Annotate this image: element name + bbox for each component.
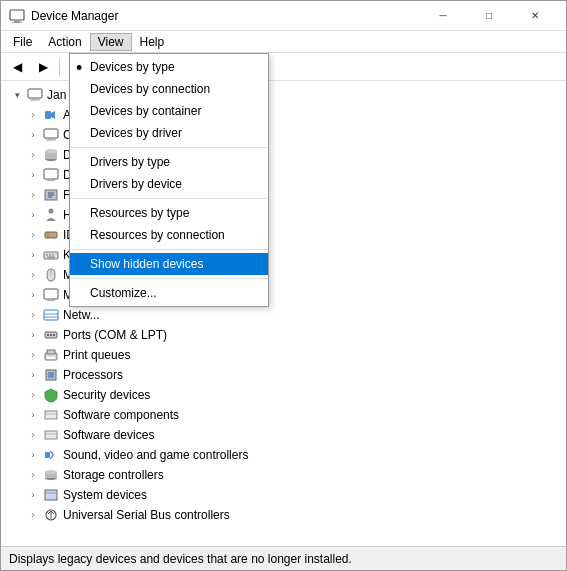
tree-item-label: Ports (COM & LPT) [63, 328, 167, 342]
list-item[interactable]: › Security devices [1, 385, 566, 405]
svg-rect-31 [44, 310, 58, 320]
print-icon [43, 347, 59, 363]
disk-icon [43, 147, 59, 163]
sound-icon [43, 447, 59, 463]
list-item[interactable]: › Software devices [1, 425, 566, 445]
svg-rect-3 [28, 89, 42, 98]
list-item[interactable]: › Print queues [1, 345, 566, 365]
svg-rect-39 [47, 350, 55, 354]
expand-icon: › [25, 187, 41, 203]
menu-bar: File Action View Help Devices by type De… [1, 31, 566, 53]
svg-marker-7 [51, 111, 55, 119]
maximize-button[interactable]: □ [466, 1, 512, 31]
view-dropdown-menu: Devices by type Devices by connection De… [69, 53, 269, 307]
list-item[interactable]: › Processors [1, 365, 566, 385]
menu-separator-2 [70, 198, 268, 199]
list-item[interactable]: › Universal Serial Bus controllers [1, 505, 566, 525]
expand-icon: › [25, 307, 41, 323]
svg-rect-26 [52, 254, 54, 256]
expand-icon: › [25, 207, 41, 223]
svg-point-20 [49, 209, 54, 214]
system-icon [43, 487, 59, 503]
expand-icon: › [25, 347, 41, 363]
menu-devices-by-driver[interactable]: Devices by driver [70, 122, 268, 144]
expand-icon: › [25, 507, 41, 523]
tree-item-label: Software components [63, 408, 179, 422]
tree-item-label: System devices [63, 488, 147, 502]
minimize-button[interactable]: ─ [420, 1, 466, 31]
tree-item-label: Processors [63, 368, 123, 382]
list-item[interactable]: › Storage controllers [1, 465, 566, 485]
svg-rect-37 [53, 334, 55, 336]
device-manager-window: Device Manager ─ □ ✕ File Action View He… [0, 0, 567, 571]
back-button[interactable]: ◀ [5, 56, 29, 78]
software-devices-icon [43, 427, 59, 443]
window-icon [9, 8, 25, 24]
menu-show-hidden[interactable]: Show hidden devices [70, 253, 268, 275]
svg-rect-2 [12, 22, 22, 23]
menu-resources-by-type[interactable]: Resources by type [70, 202, 268, 224]
network-icon [43, 307, 59, 323]
svg-rect-51 [45, 490, 57, 500]
expand-icon: › [25, 247, 41, 263]
list-item[interactable]: › Sound, video and game controllers [1, 445, 566, 465]
window-title: Device Manager [31, 9, 420, 23]
svg-rect-36 [50, 334, 52, 336]
svg-rect-24 [46, 254, 48, 256]
expand-icon: › [25, 287, 41, 303]
menu-drivers-by-device[interactable]: Drivers by device [70, 173, 268, 195]
svg-rect-8 [44, 129, 58, 138]
expand-icon: › [25, 327, 41, 343]
ide-icon [43, 227, 59, 243]
svg-rect-15 [47, 179, 55, 181]
menu-customize[interactable]: Customize... [70, 282, 268, 304]
close-button[interactable]: ✕ [512, 1, 558, 31]
svg-rect-6 [45, 111, 51, 119]
svg-point-13 [45, 149, 57, 153]
expand-icon: › [25, 107, 41, 123]
toolbar-separator [59, 58, 60, 76]
svg-rect-5 [30, 100, 40, 101]
list-item[interactable]: › Software components [1, 405, 566, 425]
tree-item-label: Print queues [63, 348, 130, 362]
svg-rect-4 [32, 98, 38, 100]
audio-icon [43, 107, 59, 123]
ports-icon [43, 327, 59, 343]
tree-item-label: Sound, video and game controllers [63, 448, 248, 462]
software-components-icon [43, 407, 59, 423]
list-item[interactable]: › System devices [1, 485, 566, 505]
svg-rect-1 [14, 20, 20, 22]
menu-devices-by-container[interactable]: Devices by container [70, 100, 268, 122]
svg-rect-14 [44, 169, 58, 179]
svg-rect-25 [49, 254, 51, 256]
menu-devices-by-connection[interactable]: Devices by connection [70, 78, 268, 100]
menu-action[interactable]: Action [40, 33, 89, 51]
menu-view[interactable]: View [90, 33, 132, 51]
display-icon [43, 167, 59, 183]
status-bar: Displays legacy devices and devices that… [1, 546, 566, 570]
list-item[interactable]: › Netw... [1, 305, 566, 325]
menu-drivers-by-type[interactable]: Drivers by type [70, 151, 268, 173]
menu-devices-by-type[interactable]: Devices by type [70, 56, 268, 78]
list-item[interactable]: › Ports (COM & LPT) [1, 325, 566, 345]
computer-icon [43, 127, 59, 143]
menu-file[interactable]: File [5, 33, 40, 51]
keyboard-icon [43, 247, 59, 263]
menu-resources-by-connection[interactable]: Resources by connection [70, 224, 268, 246]
menu-help[interactable]: Help [132, 33, 173, 51]
tree-item-label: Storage controllers [63, 468, 164, 482]
status-text: Displays legacy devices and devices that… [9, 552, 352, 566]
human-icon [43, 207, 59, 223]
storage-icon [43, 467, 59, 483]
svg-rect-47 [45, 452, 50, 458]
svg-rect-21 [45, 232, 57, 238]
tree-item-label: Software devices [63, 428, 154, 442]
back-icon: ◀ [13, 60, 22, 74]
svg-rect-0 [10, 10, 24, 20]
expand-icon: › [25, 447, 41, 463]
svg-point-50 [45, 470, 57, 474]
svg-rect-35 [47, 334, 49, 336]
forward-button[interactable]: ▶ [31, 56, 55, 78]
processor-icon [43, 367, 59, 383]
expand-icon: › [25, 467, 41, 483]
